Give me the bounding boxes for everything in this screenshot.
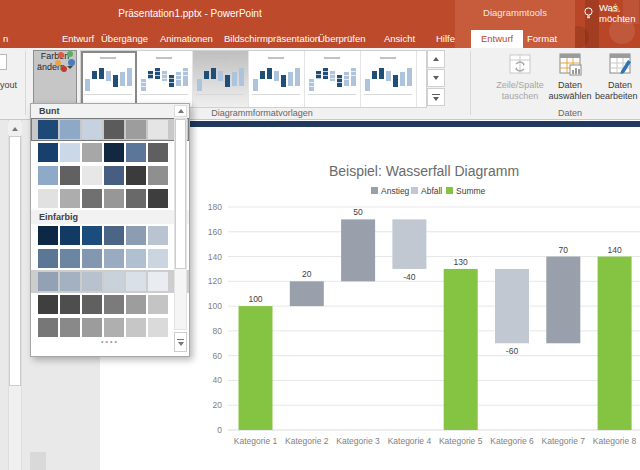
color-swatch[interactable] (148, 120, 168, 139)
color-swatch[interactable] (148, 318, 168, 337)
color-scheme-row[interactable] (31, 187, 189, 210)
color-swatch[interactable] (148, 166, 168, 185)
chart-style-thumbnail[interactable] (193, 51, 249, 107)
ribbon-tab-ansicht[interactable]: Ansicht (384, 33, 415, 48)
svg-text:-60: -60 (506, 346, 519, 356)
ribbon-tab-übergänge[interactable]: Übergänge (101, 33, 148, 48)
tell-me-box[interactable]: Was möchten (583, 2, 640, 24)
color-swatch[interactable] (104, 295, 124, 314)
color-swatch[interactable] (82, 189, 102, 208)
dropdown-scroll-up-button[interactable] (174, 105, 187, 117)
color-swatch[interactable] (38, 143, 58, 162)
color-swatch[interactable] (38, 272, 58, 291)
ribbon-tab-entwurf[interactable]: Entwurf (62, 33, 94, 48)
color-swatch[interactable] (82, 318, 102, 337)
color-swatch[interactable] (126, 166, 146, 185)
switch-row-column-button[interactable]: Zeile/Spalte tauschen (495, 50, 545, 112)
dropdown-resize-handle[interactable]: •••• (31, 339, 189, 345)
panel-scrollbar-thumb[interactable] (9, 136, 21, 386)
color-swatch[interactable] (104, 318, 124, 337)
dropdown-more-button[interactable] (174, 332, 187, 352)
color-scheme-row[interactable] (31, 293, 189, 316)
ribbon-tab-überprüfen[interactable]: Überprüfen (318, 33, 366, 48)
ribbon-tab-bildschirmpräsentation[interactable]: Bildschirmpräsentation (224, 33, 320, 48)
color-swatch[interactable] (126, 120, 146, 139)
color-scheme-row[interactable] (31, 141, 189, 164)
color-scheme-row[interactable] (31, 316, 189, 339)
color-swatch[interactable] (38, 166, 58, 185)
chart-style-thumbnail[interactable] (361, 51, 417, 107)
color-swatch[interactable] (82, 272, 102, 291)
panel-scroll-up-button[interactable] (8, 122, 22, 135)
color-swatch[interactable] (148, 143, 168, 162)
svg-text:20: 20 (213, 400, 223, 410)
color-swatch[interactable] (60, 166, 80, 185)
chart-style-thumbnail[interactable] (249, 51, 305, 107)
color-scheme-row[interactable] (31, 247, 189, 270)
gallery-scroll-down-button[interactable] (427, 69, 445, 87)
color-swatch[interactable] (126, 226, 146, 245)
color-swatch[interactable] (104, 249, 124, 268)
color-swatch[interactable] (148, 295, 168, 314)
color-swatch[interactable] (126, 295, 146, 314)
select-data-button[interactable]: Daten auswählen (545, 50, 595, 112)
color-scheme-row[interactable] (31, 164, 189, 187)
color-swatch[interactable] (82, 166, 102, 185)
color-swatch[interactable] (60, 120, 80, 139)
svg-text:Kategorie 4: Kategorie 4 (388, 436, 432, 446)
color-swatch[interactable] (60, 226, 80, 245)
color-swatch[interactable] (104, 166, 124, 185)
color-scheme-row[interactable] (31, 270, 189, 293)
svg-text:Summe: Summe (456, 186, 486, 196)
color-swatch[interactable] (82, 295, 102, 314)
color-swatch[interactable] (38, 295, 58, 314)
ribbon-tab-entwurf[interactable]: Entwurf (471, 30, 523, 48)
color-swatch[interactable] (38, 249, 58, 268)
dropdown-scrollbar-thumb[interactable] (175, 119, 186, 269)
color-swatch[interactable] (148, 189, 168, 208)
color-swatch[interactable] (82, 143, 102, 162)
color-swatch[interactable] (104, 226, 124, 245)
color-scheme-row[interactable] (31, 118, 189, 141)
chart-style-thumbnail[interactable] (81, 51, 137, 107)
color-swatch[interactable] (38, 226, 58, 245)
color-swatch[interactable] (82, 226, 102, 245)
color-swatch[interactable] (60, 272, 80, 291)
svg-text:180: 180 (208, 202, 222, 212)
color-swatch[interactable] (60, 318, 80, 337)
color-swatch[interactable] (104, 189, 124, 208)
color-swatch[interactable] (60, 295, 80, 314)
color-swatch[interactable] (148, 226, 168, 245)
color-swatch[interactable] (38, 318, 58, 337)
color-swatch[interactable] (126, 318, 146, 337)
color-swatch[interactable] (82, 249, 102, 268)
gallery-scroll-up-button[interactable] (427, 50, 445, 68)
color-swatch[interactable] (60, 249, 80, 268)
color-swatch[interactable] (60, 143, 80, 162)
color-swatch[interactable] (126, 143, 146, 162)
waterfall-chart[interactable]: Beispiel: Wasserfall DiagrammAnstiegAbfa… (195, 150, 640, 466)
ribbon-tab-format[interactable]: Format (527, 33, 557, 48)
ribbon-tab-hilfe[interactable]: Hilfe (436, 33, 455, 48)
chart-style-thumbnail[interactable] (305, 51, 361, 107)
ribbon-tab-fragment[interactable]: n (3, 33, 8, 48)
color-swatch[interactable] (104, 272, 124, 291)
color-swatch[interactable] (38, 120, 58, 139)
color-swatch[interactable] (104, 120, 124, 139)
color-swatch[interactable] (148, 272, 168, 291)
color-swatch[interactable] (126, 249, 146, 268)
color-swatch[interactable] (126, 189, 146, 208)
gallery-more-button[interactable] (427, 88, 445, 106)
svg-text:140: 140 (608, 245, 622, 255)
color-swatch[interactable] (60, 189, 80, 208)
svg-text:Kategorie 3: Kategorie 3 (336, 436, 380, 446)
color-swatch[interactable] (38, 189, 58, 208)
edit-data-button[interactable]: Daten bearbeiten (595, 50, 640, 112)
chart-style-thumbnail[interactable] (137, 51, 193, 107)
color-swatch[interactable] (148, 249, 168, 268)
color-swatch[interactable] (126, 272, 146, 291)
ribbon-tab-animationen[interactable]: Animationen (160, 33, 213, 48)
color-scheme-row[interactable] (31, 224, 189, 247)
color-swatch[interactable] (104, 143, 124, 162)
color-swatch[interactable] (82, 120, 102, 139)
